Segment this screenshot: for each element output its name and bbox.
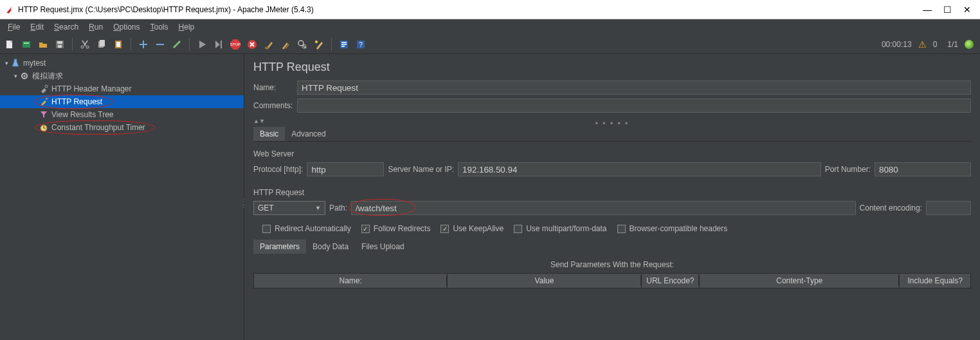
svg-rect-5 [57,41,62,44]
server-input[interactable] [458,162,821,176]
open-icon[interactable] [36,37,50,52]
warning-icon[interactable]: ⚠ [918,39,927,50]
wrench-icon [39,84,49,94]
tree-header-manager[interactable]: HTTP Header Manager [0,82,244,95]
menu-search[interactable]: Search [50,21,82,33]
tree-testplan[interactable]: ▾ mytest [0,57,244,70]
start-icon[interactable] [195,37,209,52]
status-errors: 0 [933,40,938,49]
svg-rect-2 [23,41,30,48]
port-label: Port Number: [825,165,871,174]
start-no-pause-icon[interactable] [212,37,226,52]
svg-rect-12 [116,42,120,47]
help-icon[interactable]: ? [354,37,368,52]
col-url-encode[interactable]: URL Encode? [641,274,699,288]
tree-throughput-timer[interactable]: Constant Throughput Timer [0,121,244,134]
method-select[interactable]: GET ▼ [253,201,325,215]
splitter-handle[interactable]: ⋮⋮ [241,197,246,209]
svg-rect-3 [24,42,29,44]
name-input[interactable] [297,80,971,95]
dropper-icon [39,97,49,107]
menu-run[interactable]: Run [85,21,107,33]
status-elapsed: 00:00:13 [882,40,912,49]
tree-label: View Results Tree [51,110,114,119]
new-icon[interactable] [3,37,17,52]
reset-search-icon[interactable] [312,37,326,52]
check-keepalive[interactable]: Use KeepAlive [440,224,504,233]
svg-point-32 [45,85,48,88]
body-tabs: Parameters Body Data Files Upload [253,240,971,254]
tree-http-request[interactable]: HTTP Request [0,95,244,108]
clear-icon[interactable] [262,37,276,52]
menu-help[interactable]: Help [175,21,199,33]
tree-threadgroup[interactable]: ▾ 模拟请求 [0,70,244,82]
svg-text:?: ? [359,41,363,48]
app-feather-icon [5,5,14,14]
flask-icon [10,58,21,68]
check-browser-compat[interactable]: Browser-compatible headers [617,224,728,233]
menu-tools[interactable]: Tools [147,21,172,33]
expand-icon[interactable] [136,37,150,52]
encoding-input[interactable] [926,201,971,215]
col-name[interactable]: Name: [254,274,448,288]
svg-rect-33 [46,98,48,100]
menu-edit[interactable]: Edit [26,21,48,33]
twisty-icon[interactable]: ▾ [12,73,19,79]
cut-icon[interactable] [78,37,92,52]
menu-file[interactable]: File [4,21,24,33]
sub-tab-parameters[interactable]: Parameters [253,240,306,254]
status-led-icon [965,40,974,49]
svg-point-7 [81,46,84,48]
twisty-icon[interactable]: ▾ [3,60,10,66]
method-value: GET [258,203,274,212]
copy-icon[interactable] [95,37,109,52]
window-close-button[interactable]: ✕ [963,5,971,15]
svg-point-23 [315,41,318,43]
encoding-label: Content encoding: [860,203,922,212]
stop-icon[interactable]: STOP [228,37,242,52]
panel-collapse-bar[interactable]: ▲▼ • • • • • [253,119,971,126]
params-table: Name: Value URL Encode? Content-Type Inc… [253,273,971,288]
svg-rect-10 [100,40,105,46]
col-content-type[interactable]: Content-Type [700,274,900,288]
col-value[interactable]: Value [448,274,641,288]
check-multipart[interactable]: Use multipart/form-data [514,224,606,233]
search-icon[interactable] [295,37,309,52]
editor-panel: HTTP Request Name: Comments: ▲▼ • • • • … [244,54,980,340]
tree-label: HTTP Header Manager [51,84,132,93]
menu-options[interactable]: Options [109,21,143,33]
clear-all-icon[interactable] [278,37,293,52]
protocol-input[interactable] [307,162,384,176]
svg-text:STOP: STOP [230,42,240,46]
save-icon[interactable] [53,37,67,52]
svg-point-31 [24,75,26,77]
collapse-icon[interactable] [153,37,167,52]
comments-label: Comments: [253,101,297,110]
tree-label: 模拟请求 [32,71,63,82]
path-input[interactable] [351,201,856,215]
check-redirect-auto[interactable]: Redirect Automatically [262,224,351,233]
tab-basic[interactable]: Basic [253,127,285,141]
paste-icon[interactable] [111,37,125,52]
comments-input[interactable] [297,99,971,113]
port-input[interactable] [875,162,971,176]
tab-advanced[interactable]: Advanced [285,127,332,141]
col-include-equals[interactable]: Include Equals? [900,274,971,288]
sub-tab-body-data[interactable]: Body Data [306,240,355,254]
function-helper-icon[interactable] [337,37,351,52]
window-maximize-button[interactable]: ☐ [943,5,952,15]
window-minimize-button[interactable]: — [923,5,932,15]
toggle-icon[interactable] [170,37,184,52]
window-titlebar: HTTP Request.jmx (C:\Users\PC\Desktop\HT… [0,0,980,19]
page-title: HTTP Request [253,61,971,74]
templates-icon[interactable] [19,37,33,52]
tree-label: HTTP Request [51,97,102,106]
sub-tab-files-upload[interactable]: Files Upload [355,240,411,254]
check-follow-redirects[interactable]: Follow Redirects [361,224,431,233]
tree-view-results[interactable]: View Results Tree [0,108,244,121]
http-request-section: HTTP Request [253,188,971,197]
svg-point-8 [86,46,89,48]
chevron-down-icon: ▼ [315,205,321,211]
params-caption: Send Parameters With the Request: [253,260,971,269]
shutdown-icon[interactable] [245,37,259,52]
